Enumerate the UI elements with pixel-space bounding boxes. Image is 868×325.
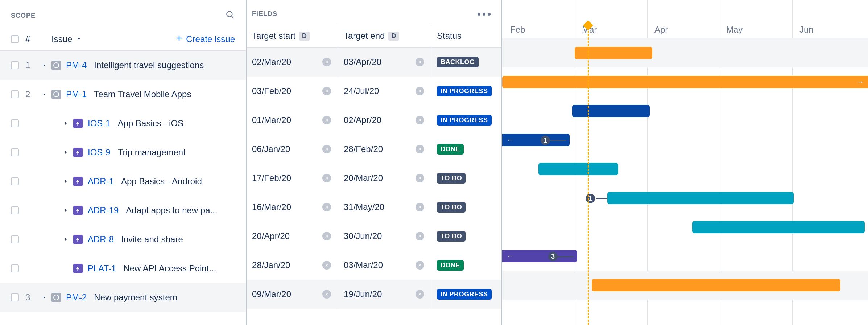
target-end-cell[interactable]: 02/Apr/20 bbox=[338, 106, 431, 135]
scope-row[interactable]: 2PM-1Team Travel Mobile Apps bbox=[0, 80, 246, 109]
clear-date-icon[interactable] bbox=[322, 87, 331, 95]
gantt-bar[interactable] bbox=[572, 105, 650, 117]
target-end-header[interactable]: Target end D bbox=[338, 25, 431, 47]
target-start-header[interactable]: Target start D bbox=[247, 25, 338, 47]
search-icon[interactable] bbox=[226, 10, 235, 21]
target-end-cell[interactable]: 28/Feb/20 bbox=[338, 135, 431, 164]
issue-column-header[interactable]: Issue bbox=[37, 34, 82, 44]
row-checkbox[interactable] bbox=[11, 148, 19, 156]
clear-date-icon[interactable] bbox=[416, 261, 424, 270]
row-checkbox[interactable] bbox=[11, 264, 19, 272]
clear-date-icon[interactable] bbox=[416, 87, 424, 95]
target-start-cell[interactable]: 20/Apr/20 bbox=[247, 222, 338, 251]
gantt-bar[interactable] bbox=[692, 221, 865, 233]
clear-date-icon[interactable] bbox=[416, 232, 424, 240]
issue-key[interactable]: ADR-8 bbox=[88, 234, 114, 244]
target-start-cell[interactable]: 06/Jan/20 bbox=[247, 135, 338, 164]
target-end-cell[interactable]: 20/Mar/20 bbox=[338, 164, 431, 193]
status-cell[interactable]: IN PROGRESS bbox=[431, 106, 501, 135]
scope-row[interactable]: 1PM-4Intelligent travel suggestions bbox=[0, 51, 246, 80]
gantt-bar[interactable]: → bbox=[502, 76, 868, 88]
issue-summary[interactable]: Adapt apps to new pa... bbox=[126, 205, 217, 215]
row-checkbox[interactable] bbox=[11, 206, 19, 214]
status-cell[interactable]: TO DO bbox=[431, 164, 501, 193]
status-cell[interactable]: BACKLOG bbox=[431, 48, 501, 77]
target-start-cell[interactable]: 17/Feb/20 bbox=[247, 164, 338, 193]
clear-date-icon[interactable] bbox=[322, 232, 331, 240]
scope-row[interactable]: PLAT-1New API Access Point... bbox=[0, 254, 246, 283]
issue-summary[interactable]: Trip management bbox=[118, 147, 186, 157]
dependency-count[interactable]: 3 bbox=[548, 252, 558, 261]
issue-summary[interactable]: App Basics - iOS bbox=[118, 118, 183, 128]
row-checkbox[interactable] bbox=[11, 90, 19, 98]
scope-row[interactable]: 3PM-2New payment system bbox=[0, 283, 246, 312]
row-checkbox[interactable] bbox=[11, 177, 19, 185]
issue-summary[interactable]: Invite and share bbox=[121, 234, 183, 244]
clear-date-icon[interactable] bbox=[322, 261, 331, 270]
scope-row[interactable]: ADR-8Invite and share bbox=[0, 225, 246, 254]
issue-key[interactable]: IOS-1 bbox=[88, 118, 111, 128]
issue-key[interactable]: ADR-1 bbox=[88, 176, 114, 186]
timeline-panel[interactable]: FebMarAprMayJun →←11←3 bbox=[502, 0, 868, 325]
scope-row[interactable]: IOS-1App Basics - iOS bbox=[0, 109, 246, 138]
target-start-cell[interactable]: 02/Mar/20 bbox=[247, 48, 338, 77]
scope-row[interactable]: ADR-1App Basics - Android bbox=[0, 167, 246, 196]
expand-icon[interactable] bbox=[37, 295, 51, 300]
expand-icon[interactable] bbox=[59, 236, 73, 242]
target-end-cell[interactable]: 19/Jun/20 bbox=[338, 280, 431, 309]
clear-date-icon[interactable] bbox=[416, 203, 424, 211]
target-end-cell[interactable]: 24/Jul/20 bbox=[338, 77, 431, 106]
gantt-bar[interactable] bbox=[607, 192, 794, 204]
status-cell[interactable]: IN PROGRESS bbox=[431, 77, 501, 106]
issue-summary[interactable]: App Basics - Android bbox=[121, 176, 202, 186]
target-end-cell[interactable]: 03/Apr/20 bbox=[338, 48, 431, 77]
more-actions-icon[interactable] bbox=[478, 13, 491, 16]
target-start-cell[interactable]: 09/Mar/20 bbox=[247, 280, 338, 309]
issue-summary[interactable]: New payment system bbox=[94, 292, 177, 303]
clear-date-icon[interactable] bbox=[322, 116, 331, 124]
status-cell[interactable]: DONE bbox=[431, 135, 501, 164]
status-cell[interactable]: TO DO bbox=[431, 193, 501, 222]
row-checkbox[interactable] bbox=[11, 235, 19, 243]
clear-date-icon[interactable] bbox=[416, 174, 424, 182]
scope-row[interactable]: ADR-19Adapt apps to new pa... bbox=[0, 196, 246, 225]
clear-date-icon[interactable] bbox=[416, 116, 424, 124]
row-checkbox[interactable] bbox=[11, 61, 19, 69]
issue-key[interactable]: IOS-9 bbox=[88, 147, 111, 157]
row-checkbox[interactable] bbox=[11, 293, 19, 301]
clear-date-icon[interactable] bbox=[322, 290, 331, 299]
clear-date-icon[interactable] bbox=[322, 203, 331, 211]
target-end-cell[interactable]: 03/Mar/20 bbox=[338, 251, 431, 280]
expand-icon[interactable] bbox=[59, 207, 73, 213]
gantt-bar[interactable] bbox=[538, 163, 618, 175]
target-start-cell[interactable]: 03/Feb/20 bbox=[247, 77, 338, 106]
select-all-checkbox[interactable] bbox=[11, 35, 19, 43]
issue-summary[interactable]: Team Travel Mobile Apps bbox=[94, 89, 191, 99]
clear-date-icon[interactable] bbox=[322, 58, 331, 66]
issue-key[interactable]: PM-2 bbox=[66, 292, 87, 303]
row-checkbox[interactable] bbox=[11, 119, 19, 127]
status-cell[interactable]: IN PROGRESS bbox=[431, 280, 501, 309]
collapse-icon[interactable] bbox=[37, 91, 51, 97]
clear-date-icon[interactable] bbox=[322, 174, 331, 182]
status-header[interactable]: Status bbox=[431, 25, 501, 47]
clear-date-icon[interactable] bbox=[416, 290, 424, 299]
status-cell[interactable]: DONE bbox=[431, 251, 501, 280]
dependency-count[interactable]: 1 bbox=[541, 136, 550, 145]
target-start-cell[interactable]: 01/Mar/20 bbox=[247, 106, 338, 135]
target-start-cell[interactable]: 28/Jan/20 bbox=[247, 251, 338, 280]
target-end-cell[interactable]: 30/Jun/20 bbox=[338, 222, 431, 251]
issue-summary[interactable]: Intelligent travel suggestions bbox=[94, 60, 204, 70]
scope-row[interactable]: IOS-9Trip management bbox=[0, 138, 246, 167]
issue-key[interactable]: PM-1 bbox=[66, 89, 87, 99]
gantt-bar[interactable] bbox=[575, 47, 652, 59]
issue-key[interactable]: PM-4 bbox=[66, 60, 87, 70]
target-end-cell[interactable]: 31/May/20 bbox=[338, 193, 431, 222]
target-start-cell[interactable]: 16/Mar/20 bbox=[247, 193, 338, 222]
dependency-count[interactable]: 1 bbox=[586, 194, 595, 203]
status-cell[interactable]: TO DO bbox=[431, 222, 501, 251]
expand-icon[interactable] bbox=[59, 149, 73, 155]
expand-icon[interactable] bbox=[59, 120, 73, 126]
expand-icon[interactable] bbox=[37, 62, 51, 68]
clear-date-icon[interactable] bbox=[416, 145, 424, 153]
